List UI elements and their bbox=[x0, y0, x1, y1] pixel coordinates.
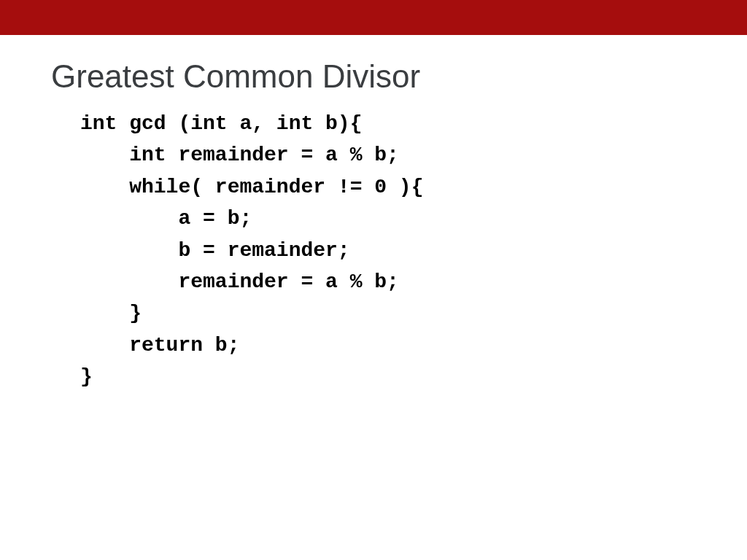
header-bar bbox=[0, 0, 747, 35]
code-block: int gcd (int a, int b){ int remainder = … bbox=[51, 108, 696, 393]
slide-content: Greatest Common Divisor int gcd (int a, … bbox=[0, 35, 747, 393]
slide-title: Greatest Common Divisor bbox=[51, 58, 696, 95]
